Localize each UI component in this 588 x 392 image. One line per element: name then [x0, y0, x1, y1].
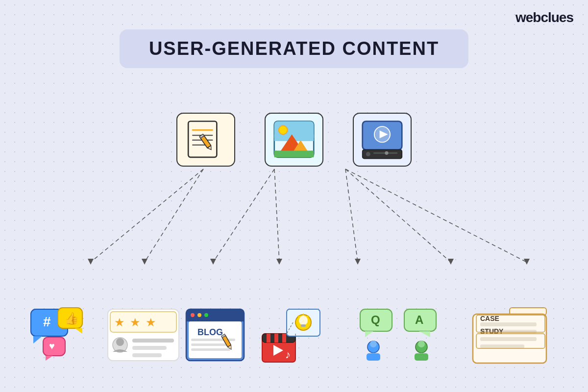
svg-rect-61 — [186, 316, 244, 321]
svg-rect-83 — [301, 324, 306, 327]
svg-rect-58 — [132, 353, 162, 357]
svg-marker-9 — [210, 259, 216, 265]
image-top-icon — [265, 113, 323, 167]
svg-point-39 — [385, 151, 388, 154]
case-study-svg: CASE STUDY — [470, 305, 551, 367]
svg-marker-11 — [355, 259, 361, 265]
svg-rect-68 — [191, 343, 228, 346]
svg-point-82 — [299, 316, 308, 325]
svg-marker-94 — [419, 331, 430, 337]
svg-rect-56 — [132, 339, 174, 343]
svg-text:Q: Q — [371, 313, 380, 326]
qa-bottom: Q A — [358, 307, 439, 365]
blog-post-svg — [184, 119, 228, 161]
svg-marker-45 — [75, 328, 82, 334]
svg-rect-69 — [191, 348, 230, 351]
svg-rect-97 — [367, 353, 380, 361]
svg-rect-77 — [282, 334, 286, 343]
svg-text:A: A — [415, 313, 423, 326]
svg-marker-12 — [448, 259, 454, 265]
svg-rect-75 — [267, 334, 270, 343]
svg-line-1 — [145, 169, 203, 262]
svg-line-3 — [274, 169, 279, 262]
review-svg: ★ ★ ★ — [105, 307, 181, 363]
svg-marker-13 — [524, 259, 530, 265]
svg-text:★: ★ — [114, 316, 125, 329]
svg-rect-30 — [274, 153, 314, 157]
svg-rect-76 — [274, 334, 278, 343]
svg-point-99 — [418, 341, 425, 347]
top-icons-container — [176, 113, 412, 167]
svg-rect-57 — [132, 346, 167, 350]
svg-rect-32 — [274, 150, 278, 157]
svg-marker-8 — [142, 259, 147, 265]
svg-marker-91 — [365, 331, 373, 337]
blog-bottom: BLOG — [184, 307, 247, 365]
svg-marker-42 — [33, 336, 42, 343]
svg-line-4 — [345, 169, 358, 262]
qa-svg: Q A — [358, 307, 439, 363]
svg-text:BLOG: BLOG — [197, 327, 223, 337]
svg-point-55 — [116, 338, 124, 346]
svg-marker-48 — [46, 356, 53, 361]
svg-rect-100 — [415, 353, 428, 361]
svg-point-63 — [197, 313, 201, 317]
page-title: USER-GENERATED CONTENT — [149, 38, 439, 59]
review-bottom: ★ ★ ★ — [105, 307, 181, 365]
svg-text:👍: 👍 — [64, 311, 79, 325]
svg-rect-106 — [480, 344, 524, 348]
svg-marker-7 — [88, 259, 94, 265]
creative-content-bottom: ♪ — [260, 307, 336, 368]
title-box: USER-GENERATED CONTENT — [120, 29, 468, 68]
svg-text:♥: ♥ — [49, 341, 55, 351]
svg-line-6 — [345, 169, 527, 262]
svg-text:★: ★ — [130, 316, 141, 329]
svg-text:♪: ♪ — [285, 348, 291, 361]
svg-point-37 — [366, 152, 370, 156]
social-media-svg: # 👍 ♥ — [28, 307, 107, 361]
svg-point-26 — [279, 125, 288, 134]
svg-text:#: # — [43, 314, 51, 329]
svg-rect-103 — [480, 322, 537, 326]
svg-line-0 — [91, 169, 203, 262]
video-top-icon — [353, 113, 412, 167]
svg-text:CASE: CASE — [480, 315, 499, 322]
svg-point-96 — [370, 341, 377, 347]
svg-marker-10 — [276, 259, 282, 265]
social-media-bottom: # 👍 ♥ — [28, 307, 107, 363]
video-svg — [360, 119, 404, 161]
svg-point-64 — [204, 313, 208, 317]
svg-line-5 — [345, 169, 451, 262]
svg-rect-105 — [480, 337, 537, 341]
blog-post-top-icon — [176, 113, 235, 167]
case-study-bottom: CASE STUDY — [470, 305, 551, 368]
image-svg — [272, 119, 316, 161]
blog-svg: BLOG — [184, 307, 247, 363]
svg-line-2 — [213, 169, 274, 262]
svg-rect-31 — [310, 150, 314, 157]
creative-svg: ♪ — [260, 307, 336, 366]
webclues-logo: webclues — [515, 10, 573, 25]
svg-point-62 — [191, 313, 195, 317]
svg-text:★: ★ — [146, 316, 156, 329]
